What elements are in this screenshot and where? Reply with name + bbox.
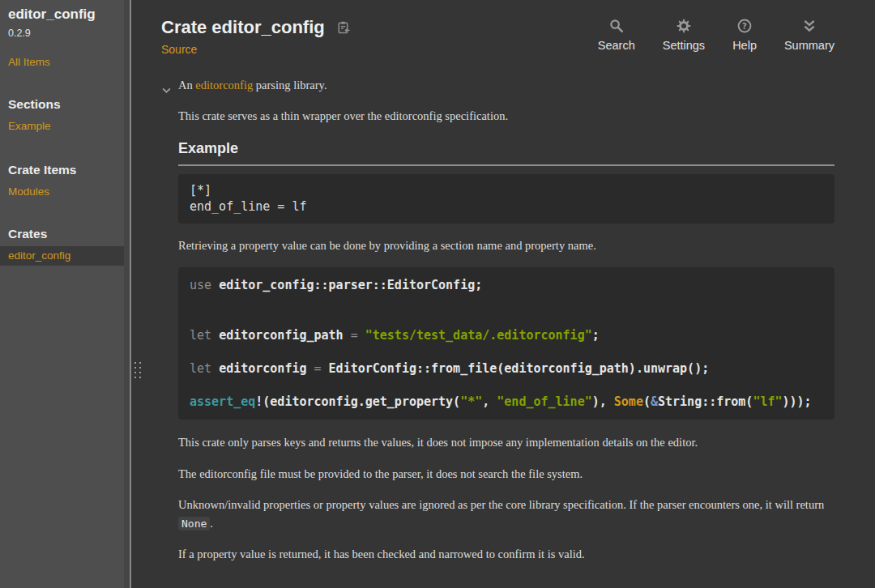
summary-icon [803, 19, 816, 33]
sidebar-item-all-items[interactable]: All Items [8, 56, 116, 68]
paragraph-retrieving: Retrieving a property value can be done … [178, 236, 834, 254]
sidebar-heading-crate-items: Crate Items [8, 163, 116, 177]
crate-docblock: An editorconfig parsing library. This cr… [178, 76, 834, 564]
sidebar-resize-handle[interactable] [134, 362, 141, 378]
doc-intro-line: An editorconfig parsing library. [178, 76, 834, 94]
page-title-text: Crate editor_config [161, 16, 325, 38]
sidebar-heading-sections: Sections [8, 97, 116, 111]
sidebar-heading-crates: Crates [8, 227, 116, 241]
sidebar-item-crate-editor-config[interactable]: editor_config [0, 246, 124, 266]
sidebar-scroll-gutter [124, 0, 130, 588]
intro-text-after: parsing library. [253, 79, 327, 92]
nav-settings-label: Settings [663, 39, 705, 52]
main-content: Crate editor_config Source [131, 0, 875, 588]
nav-settings-button[interactable]: Settings [663, 19, 705, 52]
code-block-rust: use editor_config::parser::EditorConfig;… [178, 267, 834, 420]
none-inline-code: None [178, 517, 210, 530]
search-icon [609, 19, 624, 33]
nav-help-button[interactable]: ? Help [732, 19, 757, 52]
intro-text-before: An [178, 79, 195, 92]
page-title: Crate editor_config [161, 16, 350, 38]
chevron-down-icon [162, 87, 171, 93]
nav-help-label: Help [732, 39, 757, 52]
help-glyph: ? [742, 22, 747, 31]
copy-path-button[interactable] [336, 20, 350, 35]
sidebar-crate-title[interactable]: editor_config [8, 6, 116, 23]
nav-search-button[interactable]: Search [598, 19, 635, 52]
paragraph-unknown-period: . [210, 517, 213, 530]
gear-icon [677, 19, 691, 33]
code-block-ini: [*]end_of_line = lf [178, 174, 834, 224]
paragraph-provided: The editorconfig file must be provided t… [178, 465, 834, 483]
sidebar: editor_config 0.2.9 All Items Sections E… [0, 0, 124, 588]
source-link[interactable]: Source [161, 43, 197, 56]
paragraph-wrapper: This crate serves as a thin wrapper over… [178, 107, 834, 125]
editorconfig-link[interactable]: editorconfig [195, 79, 253, 92]
sidebar-item-example[interactable]: Example [8, 120, 116, 132]
sidebar-resize-divider[interactable] [130, 0, 131, 588]
paragraph-unknown-text: Unknown/invalid properties or property v… [178, 498, 824, 511]
crate-version: 0.2.9 [8, 28, 116, 39]
nav-summary-button[interactable]: Summary [784, 19, 834, 52]
top-navigation: Search Settings [598, 16, 834, 52]
clipboard-copy-icon [336, 20, 350, 35]
nav-summary-label: Summary [784, 39, 834, 52]
sidebar-item-modules[interactable]: Modules [8, 185, 116, 198]
paragraph-parses: This crate only parses keys and returns … [178, 433, 834, 451]
modules-section-heading: Modules [161, 585, 834, 588]
page-header: Crate editor_config Source [161, 16, 834, 57]
collapse-toggle[interactable] [162, 80, 171, 98]
paragraph-valid: If a property value is returned, it has … [178, 545, 834, 563]
help-icon: ? [737, 19, 752, 33]
nav-search-label: Search [598, 39, 635, 52]
example-heading: Example [178, 140, 834, 166]
paragraph-unknown: Unknown/invalid properties or property v… [178, 496, 834, 532]
